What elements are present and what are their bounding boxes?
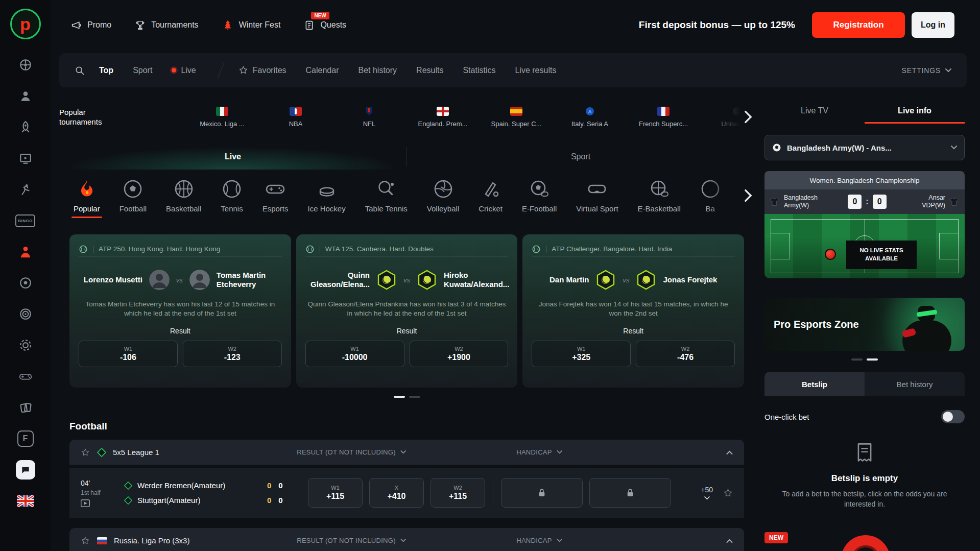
esports-banner[interactable]: Pro Esports Zone [764, 298, 965, 351]
sport-basketball[interactable]: Basketball [166, 178, 201, 218]
odds-w2-button[interactable]: W2-476 [636, 341, 735, 367]
site-logo[interactable]: p [10, 9, 41, 39]
link-bet-history[interactable]: Bet history [358, 66, 397, 75]
fantasy-icon[interactable]: F [15, 428, 36, 449]
tab-live[interactable]: Live [172, 66, 196, 75]
odds-w2-button[interactable]: W2+1900 [410, 341, 509, 367]
sport-virtual[interactable]: Virtual Sport [576, 178, 618, 218]
tournament-nfl[interactable]: NFL [339, 107, 399, 128]
one-click-toggle[interactable] [941, 410, 965, 423]
sport-ice-hockey[interactable]: Ice Hockey [308, 178, 346, 218]
nav-quests[interactable]: NEW Quests [304, 20, 346, 31]
market2-select[interactable]: HANDICAP [516, 537, 562, 544]
tab-sport-feed[interactable]: Sport [407, 144, 754, 170]
link-results[interactable]: Results [416, 66, 443, 75]
away-total-score: 0 [278, 496, 282, 505]
esports-icon[interactable] [15, 366, 36, 387]
sport-icon[interactable] [15, 179, 36, 200]
sport-popular[interactable]: Popular [74, 178, 100, 218]
promo-widget[interactable]: NEW [764, 532, 965, 551]
carousel-dot[interactable] [409, 396, 420, 398]
link-calendar[interactable]: Calendar [306, 66, 339, 75]
odds-w1-button[interactable]: W1+325 [532, 341, 631, 367]
tournament-france[interactable]: French Superc... [633, 107, 694, 128]
odds-w2-button[interactable]: W2-123 [183, 341, 282, 367]
odds-w1-button[interactable]: W1-106 [79, 341, 178, 367]
nav-tournaments[interactable]: Tournaments [135, 20, 199, 31]
live-sport-icon[interactable] [15, 242, 36, 262]
odds-w1-button[interactable]: W1-10000 [305, 341, 404, 367]
tournament-mexico[interactable]: Mexico. Liga ... [192, 107, 252, 128]
sport-tennis[interactable]: Tennis [221, 178, 243, 218]
link-live-results[interactable]: Live results [515, 66, 556, 75]
sport-esports[interactable]: Esports [262, 178, 289, 218]
tab-sport[interactable]: Sport [133, 66, 152, 75]
crash-games-icon[interactable] [15, 117, 36, 137]
favorite-star-icon[interactable] [81, 448, 90, 457]
tournament-italy[interactable]: AItaly. Seria A [560, 107, 620, 128]
tournament-england[interactable]: England. Prem... [413, 107, 473, 128]
sport-cricket[interactable]: Cricket [479, 178, 503, 218]
sport-table-tennis[interactable]: Table Tennis [365, 178, 408, 218]
casino-icon[interactable] [15, 55, 36, 75]
football-icon[interactable] [15, 273, 36, 293]
tab-betslip[interactable]: Betslip [764, 372, 865, 396]
match-card[interactable]: ATP 250. Hong Kong. Hard. Hong Kong Lore… [69, 234, 291, 388]
tab-live-tv[interactable]: Live TV [764, 106, 865, 124]
chip-icon[interactable] [15, 335, 36, 355]
link-statistics[interactable]: Statistics [463, 66, 495, 75]
nav-promo[interactable]: Promo [71, 20, 111, 31]
favorite-star-icon[interactable] [81, 536, 90, 545]
tab-live-info[interactable]: Live info [865, 106, 965, 124]
odds-w2-button[interactable]: W2+115 [431, 478, 485, 508]
registration-button[interactable]: Registration [812, 12, 905, 38]
carousel-dot[interactable] [867, 358, 878, 361]
link-favorites[interactable]: Favorites [238, 65, 286, 75]
carousel-dot[interactable] [851, 358, 863, 361]
tournament-nba[interactable]: NBA [266, 107, 326, 128]
sport-cut-off[interactable]: Ba [700, 178, 721, 218]
match-row[interactable]: 04' 1st half Werder Bremen(Amateur) Stut… [69, 468, 744, 518]
sport-volleyball[interactable]: Volleyball [427, 178, 459, 218]
collapse-chevron-icon[interactable] [726, 450, 733, 454]
locked-odds-button[interactable] [589, 478, 671, 508]
match-card[interactable]: ATP Challenger. Bangalore. Hard. India D… [522, 234, 744, 388]
market1-select[interactable]: RESULT (OT NOT INCLUDING) [297, 448, 406, 456]
match-select[interactable]: Bangladesh Army(W) - Ans... [764, 135, 965, 160]
locked-odds-button[interactable] [501, 478, 583, 508]
tab-top[interactable]: Top [99, 66, 113, 75]
tab-live-feed[interactable]: Live [59, 144, 407, 170]
player2-avatar [417, 270, 437, 290]
league-header[interactable]: 5x5 League 1 RESULT (OT NOT INCLUDING) H… [69, 440, 744, 465]
league-header[interactable]: Russia. Liga Pro (3x3) RESULT (OT NOT IN… [69, 528, 744, 551]
sport-e-basketball[interactable]: E-Basketball [638, 178, 681, 218]
settings-button[interactable]: SETTINGS [902, 66, 951, 75]
bingo-icon[interactable]: BINGO [15, 210, 36, 231]
sports-next-arrow[interactable] [744, 189, 752, 202]
cards-icon[interactable] [15, 397, 36, 418]
sport-football[interactable]: Football [119, 178, 147, 218]
carousel-dot[interactable] [394, 396, 405, 398]
tournament-spain[interactable]: Spain. Super C... [486, 107, 546, 128]
language-flag-icon[interactable] [15, 491, 36, 511]
market2-select[interactable]: HANDICAP [516, 448, 562, 456]
targets-icon[interactable] [15, 304, 36, 324]
nav-divider [217, 62, 224, 79]
support-chat-icon[interactable] [15, 460, 36, 480]
search-icon[interactable] [75, 65, 85, 76]
odds-x-button[interactable]: X+410 [369, 478, 424, 508]
more-markets-button[interactable]: +50 [701, 486, 713, 500]
betgames-icon[interactable] [15, 148, 36, 169]
market1-select[interactable]: RESULT (OT NOT INCLUDING) [297, 537, 406, 544]
odds-w1-button[interactable]: W1+115 [308, 478, 363, 508]
live-casino-icon[interactable] [15, 86, 36, 106]
stream-play-icon[interactable] [81, 499, 124, 507]
nav-winter-fest[interactable]: Winter Fest [222, 19, 281, 31]
tab-bet-history[interactable]: Bet history [865, 372, 965, 396]
sport-e-football[interactable]: E-Football [522, 178, 557, 218]
favorite-star-icon[interactable] [723, 488, 733, 498]
match-card[interactable]: WTA 125. Canberra. Hard. Doubles Quinn G… [296, 234, 518, 388]
tournaments-next-arrow[interactable] [744, 110, 752, 124]
login-button[interactable]: Log in [912, 12, 954, 38]
collapse-chevron-icon[interactable] [726, 539, 733, 543]
